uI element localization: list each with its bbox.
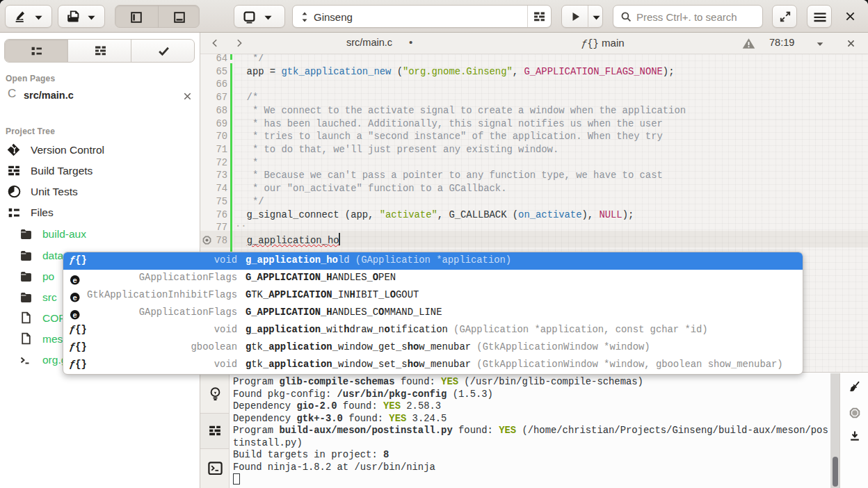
- svg-text:e: e: [73, 277, 77, 285]
- svg-text:e: e: [73, 294, 77, 302]
- svg-text:e: e: [73, 311, 77, 320]
